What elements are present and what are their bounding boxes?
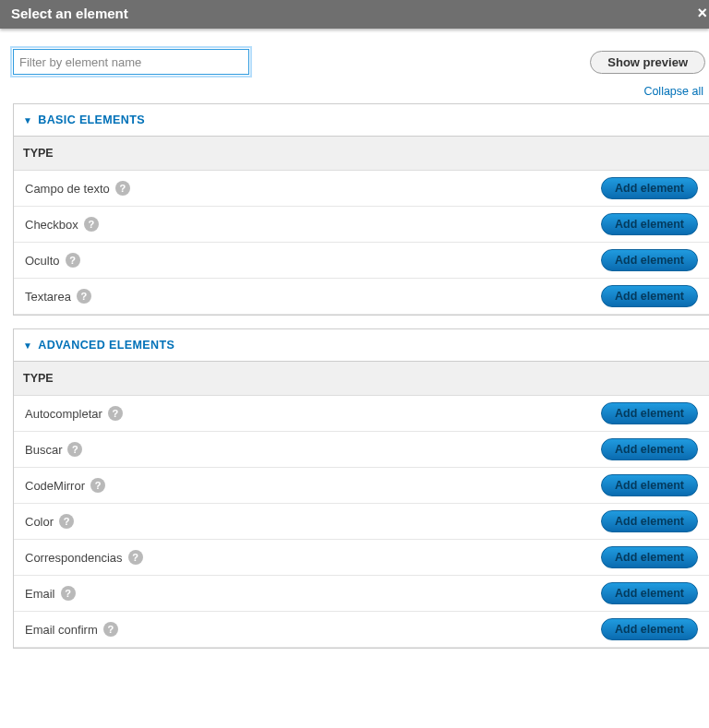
element-label: Email confirm [25, 623, 98, 637]
close-icon[interactable]: × [695, 0, 709, 27]
element-row-left: Campo de texto ? [25, 181, 130, 196]
element-row: CodeMirror ? Add element [14, 468, 709, 504]
element-row-left: Oculto ? [25, 253, 80, 268]
element-row-left: CodeMirror ? [25, 478, 105, 493]
element-row: Email confirm ? Add element [14, 612, 709, 648]
help-icon[interactable]: ? [115, 181, 130, 196]
filter-input[interactable] [13, 49, 249, 75]
element-row: Buscar ? Add element [14, 432, 709, 468]
help-icon[interactable]: ? [128, 550, 143, 565]
add-element-button[interactable]: Add element [601, 618, 698, 640]
modal-header: Select an element × [0, 0, 709, 29]
element-row: Correspondencias ? Add element [14, 540, 709, 576]
section: ▼ BASIC ELEMENTS TYPE Campo de texto ? A… [13, 103, 709, 316]
add-element-button[interactable]: Add element [601, 177, 698, 199]
element-row-left: Color ? [25, 514, 74, 529]
help-icon[interactable]: ? [61, 586, 76, 601]
help-icon[interactable]: ? [103, 622, 118, 637]
element-row-left: Textarea ? [25, 289, 91, 304]
collapse-row: Collapse all [0, 80, 709, 103]
element-row-left: Autocompletar ? [25, 406, 123, 421]
element-row: Oculto ? Add element [14, 243, 709, 279]
modal-title: Select an element [11, 6, 128, 21]
element-row: Color ? Add element [14, 504, 709, 540]
add-element-button[interactable]: Add element [601, 438, 698, 460]
section-title: ADVANCED ELEMENTS [38, 339, 174, 352]
element-label: Color [25, 515, 54, 529]
element-label: Oculto [25, 254, 60, 268]
element-row-left: Email confirm ? [25, 622, 118, 637]
element-label: Autocompletar [25, 407, 102, 421]
add-element-button[interactable]: Add element [601, 213, 698, 235]
element-label: Email [25, 587, 55, 601]
element-row: Autocompletar ? Add element [14, 396, 709, 432]
section-header[interactable]: ▼ ADVANCED ELEMENTS [14, 329, 709, 362]
help-icon[interactable]: ? [84, 217, 99, 232]
add-element-button[interactable]: Add element [601, 402, 698, 424]
collapse-triangle-icon: ▼ [23, 115, 32, 125]
element-label: Campo de texto [25, 182, 110, 196]
add-element-button[interactable]: Add element [601, 285, 698, 307]
help-icon[interactable]: ? [108, 406, 123, 421]
element-row: Textarea ? Add element [14, 279, 709, 315]
element-row: Checkbox ? Add element [14, 207, 709, 243]
section-header[interactable]: ▼ BASIC ELEMENTS [14, 104, 709, 137]
add-element-button[interactable]: Add element [601, 510, 698, 532]
element-row: Email ? Add element [14, 576, 709, 612]
element-row-left: Email ? [25, 586, 76, 601]
element-label: Checkbox [25, 218, 78, 232]
section: ▼ ADVANCED ELEMENTS TYPE Autocompletar ?… [13, 328, 709, 649]
add-element-button[interactable]: Add element [601, 474, 698, 496]
element-row-left: Correspondencias ? [25, 550, 143, 565]
add-element-button[interactable]: Add element [601, 582, 698, 604]
collapse-triangle-icon: ▼ [23, 340, 32, 351]
element-label: Correspondencias [25, 551, 123, 565]
collapse-all-link[interactable]: Collapse all [643, 85, 703, 98]
toolbar: Show preview [0, 29, 709, 80]
element-label: Buscar [25, 443, 62, 457]
element-row-left: Checkbox ? [25, 217, 99, 232]
add-element-button[interactable]: Add element [601, 249, 698, 271]
type-column-header: TYPE [14, 362, 709, 396]
element-row: Campo de texto ? Add element [14, 171, 709, 207]
section-title: BASIC ELEMENTS [38, 113, 145, 126]
element-label: Textarea [25, 290, 71, 304]
add-element-button[interactable]: Add element [601, 546, 698, 568]
help-icon[interactable]: ? [59, 514, 74, 529]
show-preview-button[interactable]: Show preview [590, 51, 705, 74]
help-icon[interactable]: ? [66, 253, 80, 268]
help-icon[interactable]: ? [67, 442, 82, 457]
element-row-left: Buscar ? [25, 442, 82, 457]
type-column-header: TYPE [14, 137, 709, 171]
help-icon[interactable]: ? [77, 289, 91, 304]
element-label: CodeMirror [25, 479, 85, 493]
help-icon[interactable]: ? [90, 478, 105, 493]
